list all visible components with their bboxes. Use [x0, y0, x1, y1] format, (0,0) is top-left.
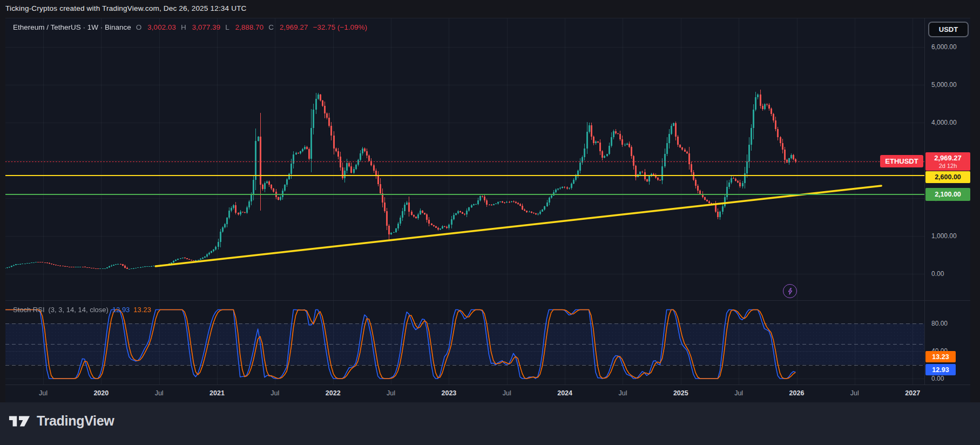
- stoch-k-value: 12.93: [112, 306, 130, 314]
- time-axis-label: 2026: [789, 389, 805, 397]
- symbol-title[interactable]: Ethereum / TetherUS · 1W · Binance: [13, 23, 131, 31]
- time-axis-label: 2021: [209, 389, 225, 397]
- price-axis-label: 5,000.00: [931, 80, 957, 89]
- price-axis-label: 1,000.00: [931, 232, 957, 240]
- last-price-value: 2,969.27: [934, 154, 962, 163]
- time-axis-label: 2022: [326, 389, 341, 397]
- stoch-d-tag: 13.23: [925, 351, 956, 362]
- stoch-axis-label: 0.00: [931, 374, 944, 383]
- price-axis-label: 6,000.00: [931, 43, 957, 51]
- time-axis-label: 2024: [557, 389, 572, 397]
- resistance-level-tag[interactable]: 2,600.00: [925, 171, 970, 183]
- time-axis-label: Jul: [618, 389, 627, 397]
- symbol-header: Ethereum / TetherUS · 1W · Binance O3,00…: [13, 22, 367, 32]
- stoch-k-tag: 12.93: [925, 364, 956, 375]
- time-axis-label: Jul: [155, 389, 164, 397]
- tradingview-logo-text: TradingView: [37, 413, 114, 429]
- ohlc-low: L2,888.70: [225, 23, 263, 31]
- time-axis-label: Jul: [387, 389, 395, 397]
- pane-separator[interactable]: [5, 300, 970, 301]
- time-axis-label: 2020: [93, 389, 109, 397]
- price-axis-label: 0.00: [931, 269, 944, 278]
- indicator-params: (3, 3, 14, 14, close): [49, 306, 109, 314]
- price-change: −32.75 (−1.09%): [313, 23, 368, 31]
- price-chart-canvas[interactable]: [5, 18, 924, 301]
- time-axis-label: 2027: [905, 389, 920, 397]
- ohlc-high: H3,077.39: [181, 23, 220, 31]
- stoch-axis-label: 80.00: [931, 319, 948, 328]
- watermark-text: Ticking-Cryptos created with TradingView…: [5, 4, 247, 12]
- lightning-event-icon[interactable]: [783, 284, 797, 298]
- currency-toggle-button[interactable]: USDT: [928, 22, 969, 37]
- price-axis[interactable]: USDT 2,969.27 2d 12h 2,600.00 2,100.00 1…: [924, 18, 971, 385]
- time-axis-label: Jul: [271, 389, 279, 397]
- tradingview-logo[interactable]: TradingView: [8, 413, 114, 429]
- time-axis-label: Jul: [39, 389, 48, 397]
- support-level-tag[interactable]: 2,100.00: [925, 188, 970, 201]
- tradingview-logo-icon: [8, 414, 31, 428]
- stoch-d-value: 13.23: [133, 306, 151, 314]
- last-price-tag: 2,969.27 2d 12h: [925, 152, 970, 171]
- time-axis-label: 2023: [441, 389, 456, 397]
- price-axis-label: 4,000.00: [931, 118, 957, 127]
- symbol-price-line-tag: ETHUSDT: [880, 155, 923, 167]
- bottom-bar: TradingView: [0, 402, 980, 445]
- lightning-bolt-glyph: [786, 287, 794, 295]
- ohlc-open: O3,002.03: [136, 23, 176, 31]
- indicator-name[interactable]: Stoch RSI: [13, 306, 45, 314]
- indicator-legend: Stoch RSI (3, 3, 14, 14, close) 12.93 13…: [13, 305, 151, 314]
- time-axis-label: 2025: [673, 389, 688, 397]
- time-axis[interactable]: Jul2020Jul2021Jul2022Jul2023Jul2024Jul20…: [5, 385, 924, 403]
- time-axis-label: Jul: [850, 389, 859, 397]
- time-axis-label: Jul: [734, 389, 743, 397]
- ohlc-close: C2,969.27: [268, 23, 308, 31]
- time-axis-separator: [5, 385, 970, 385]
- bar-countdown: 2d 12h: [939, 163, 957, 170]
- chart-widget: Ethereum / TetherUS · 1W · Binance O3,00…: [5, 18, 970, 403]
- time-axis-label: Jul: [503, 389, 511, 397]
- tradingview-chart-screenshot: Ticking-Cryptos created with TradingView…: [0, 0, 980, 445]
